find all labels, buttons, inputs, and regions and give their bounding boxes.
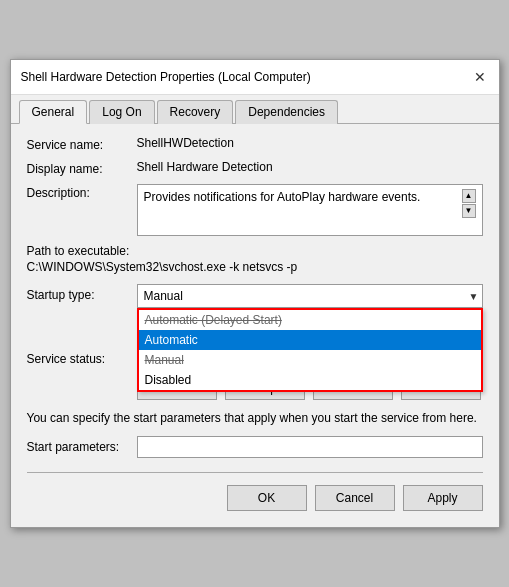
start-params-label: Start parameters: — [27, 440, 137, 454]
start-params-input[interactable] — [137, 436, 483, 458]
service-status-label: Service status: — [27, 352, 137, 366]
title-bar: Shell Hardware Detection Properties (Loc… — [11, 60, 499, 95]
scroll-up-button[interactable]: ▲ — [462, 189, 476, 203]
content-area: Service name: ShellHWDetection Display n… — [11, 124, 499, 528]
path-value: C:\WINDOWS\System32\svchost.exe -k netsv… — [27, 260, 483, 274]
display-name-value: Shell Hardware Detection — [137, 160, 483, 174]
apply-button[interactable]: Apply — [403, 485, 483, 511]
tab-logon[interactable]: Log On — [89, 100, 154, 124]
footer-buttons: OK Cancel Apply — [27, 481, 483, 515]
ok-button[interactable]: OK — [227, 485, 307, 511]
service-name-row: Service name: ShellHWDetection — [27, 136, 483, 152]
startup-select-wrapper: Manual ▼ — [137, 284, 483, 308]
service-name-value: ShellHWDetection — [137, 136, 483, 150]
footer-divider — [27, 472, 483, 473]
window-title: Shell Hardware Detection Properties (Loc… — [21, 70, 311, 84]
description-row: Description: Provides notifications for … — [27, 184, 483, 236]
scroll-down-button[interactable]: ▼ — [462, 204, 476, 218]
startup-dropdown-container: Manual ▼ Automatic (Delayed Start) Autom… — [137, 284, 483, 308]
startup-dropdown-list: Automatic (Delayed Start) Automatic Manu… — [137, 308, 483, 392]
description-scrollbar: ▲ ▼ — [462, 189, 476, 218]
description-label: Description: — [27, 184, 137, 200]
dropdown-item-auto-delayed[interactable]: Automatic (Delayed Start) — [139, 310, 481, 330]
dropdown-item-automatic[interactable]: Automatic — [139, 330, 481, 350]
tab-dependencies[interactable]: Dependencies — [235, 100, 338, 124]
display-name-row: Display name: Shell Hardware Detection — [27, 160, 483, 176]
cancel-button[interactable]: Cancel — [315, 485, 395, 511]
start-params-row: Start parameters: — [27, 436, 483, 458]
display-name-label: Display name: — [27, 160, 137, 176]
dropdown-item-disabled[interactable]: Disabled — [139, 370, 481, 390]
description-box: Provides notifications for AutoPlay hard… — [137, 184, 483, 236]
startup-select[interactable]: Manual — [137, 284, 483, 308]
path-section: Path to executable: C:\WINDOWS\System32\… — [27, 244, 483, 274]
path-label: Path to executable: — [27, 244, 483, 258]
description-text: Provides notifications for AutoPlay hard… — [144, 189, 460, 206]
tab-recovery[interactable]: Recovery — [157, 100, 234, 124]
service-name-label: Service name: — [27, 136, 137, 152]
tab-general[interactable]: General — [19, 100, 88, 124]
dropdown-item-manual[interactable]: Manual — [139, 350, 481, 370]
startup-type-label: Startup type: — [27, 284, 137, 302]
startup-type-row: Startup type: Manual ▼ Automatic (Delaye… — [27, 284, 483, 308]
main-window: Shell Hardware Detection Properties (Loc… — [10, 59, 500, 529]
close-button[interactable]: ✕ — [471, 68, 489, 86]
tab-bar: General Log On Recovery Dependencies — [11, 95, 499, 124]
hint-text: You can specify the start parameters tha… — [27, 410, 483, 427]
